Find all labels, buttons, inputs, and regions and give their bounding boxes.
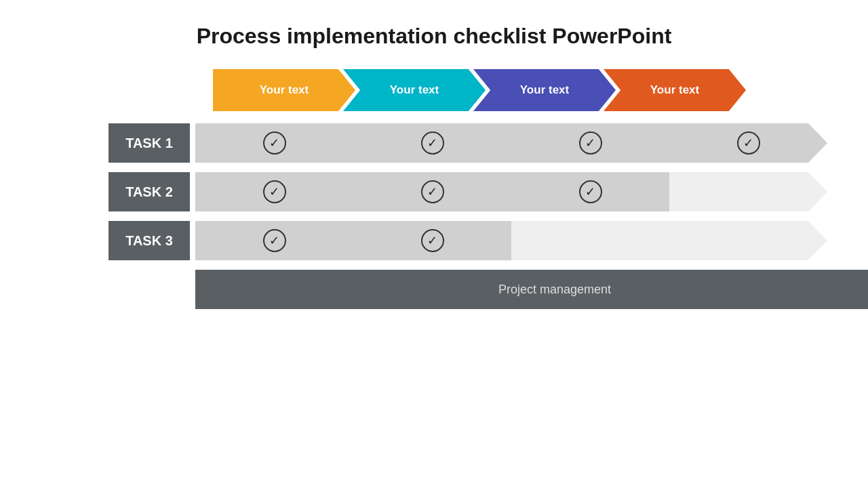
arrow-3: Your text: [473, 69, 616, 111]
task-2-check-3: ✓: [579, 180, 602, 203]
project-management-bar: Project management: [195, 270, 868, 309]
task-2-seg-3: ✓: [511, 172, 669, 211]
task-3-check-2: ✓: [421, 229, 444, 252]
task-3-seg-1: ✓: [195, 221, 353, 260]
arrow-1-label: Your text: [260, 83, 309, 97]
project-bar-wrap: Project management: [41, 270, 827, 309]
task-1-check-2: ✓: [421, 131, 444, 155]
task-1-label: TASK 1: [108, 123, 190, 163]
task-3-seg-2: ✓: [353, 221, 511, 260]
task-3-check-1: ✓: [263, 229, 286, 252]
task-3-seg-3-empty: [511, 221, 669, 260]
task-3-label: TASK 3: [108, 221, 190, 260]
task-2-check-1: ✓: [263, 180, 286, 203]
task-1-check-3: ✓: [579, 131, 602, 155]
task-1-seg-1: ✓: [195, 123, 353, 163]
arrows-row: Your text Your text Your text Your text: [213, 69, 810, 111]
task-1-seg-2: ✓: [353, 123, 511, 163]
arrow-3-label: Your text: [520, 83, 569, 97]
arrow-2: Your text: [343, 69, 486, 111]
task-2-label: TASK 2: [108, 172, 190, 211]
task-1-check-1: ✓: [263, 131, 286, 155]
arrow-2-label: Your text: [390, 83, 439, 97]
task-2-progress-bar: ✓ ✓ ✓: [195, 172, 827, 211]
page-title: Process implementation checklist PowerPo…: [197, 24, 672, 49]
task-row-3: TASK 3 ✓ ✓: [108, 221, 827, 260]
task-3-progress-bar: ✓ ✓: [195, 221, 827, 260]
task-row-1: TASK 1 ✓ ✓ ✓ ✓: [108, 123, 827, 163]
task-1-check-4: ✓: [737, 131, 760, 155]
arrow-4: Your text: [604, 69, 746, 111]
task-2-check-2: ✓: [421, 180, 444, 203]
task-row-2: TASK 2 ✓ ✓ ✓: [108, 172, 827, 211]
arrow-4-label: Your text: [650, 83, 699, 97]
arrow-1: Your text: [213, 69, 355, 111]
project-management-label: Project management: [498, 283, 611, 297]
task-2-seg-4-empty: [669, 172, 827, 211]
task-2-seg-2: ✓: [353, 172, 511, 211]
task-3-seg-4-empty: [669, 221, 827, 260]
task-2-seg-1: ✓: [195, 172, 353, 211]
task-1-seg-3: ✓: [511, 123, 669, 163]
task-rows: TASK 1 ✓ ✓ ✓ ✓: [41, 123, 827, 260]
slide: Process implementation checklist PowerPo…: [0, 0, 868, 488]
task-1-seg-4: ✓: [669, 123, 827, 163]
task-1-progress-bar: ✓ ✓ ✓ ✓: [195, 123, 827, 163]
